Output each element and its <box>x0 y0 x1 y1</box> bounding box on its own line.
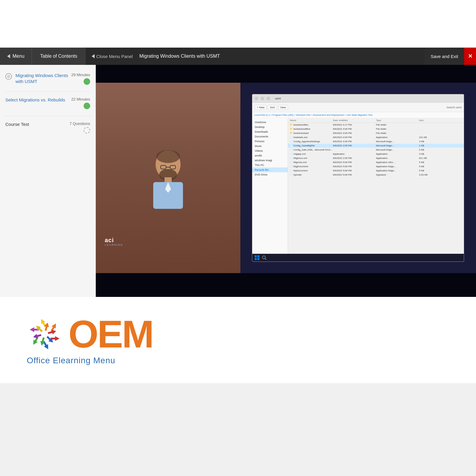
row-type: File folder <box>376 128 419 130</box>
explorer-new-btn[interactable]: + New <box>255 105 267 110</box>
main-content: Migrating Windows Clients with USMT 29 M… <box>0 65 476 297</box>
menu-button[interactable]: Menu <box>0 48 32 65</box>
oem-logo-top: OEM <box>27 315 153 353</box>
svg-rect-8 <box>165 177 172 183</box>
col-name: Name <box>290 119 333 122</box>
row-name: 📄 Config_SaveMigFile <box>290 144 333 147</box>
screen-area: usmt + New Sort View Search usmt Local D… <box>240 83 476 273</box>
table-row: 📄 Config_AppsAndSettings 6/6/2022 4:05 P… <box>288 140 464 144</box>
sidebar-item-usmt-title: Migrating Windows Clients with USMT <box>15 73 68 84</box>
row-size <box>419 128 462 130</box>
row-date: 6/6/2022 4:17 PM <box>333 123 376 126</box>
sidebar-item-migrations[interactable]: Select Migrations vs. Rebuilds 22 Minute… <box>0 93 95 115</box>
svg-rect-13 <box>255 258 257 260</box>
sidebar-item-usmt-icon <box>5 73 12 80</box>
sidebar-item-test-meta: 7 Questions <box>70 121 90 135</box>
row-date: 6/6/2022 4:05 PM <box>333 140 376 143</box>
explorer-toolbar: + New Sort View Search usmt <box>252 103 464 112</box>
explorer-search: Search usmt <box>447 106 462 109</box>
close-x-button[interactable]: ✕ <box>464 48 476 65</box>
row-type: Application <box>376 153 419 155</box>
row-name: 📄 Config_Safe (XML...Microsoft 5/12/2022… <box>290 148 333 151</box>
sidebar-item-migrations-text: Select Migrations vs. Rebuilds <box>5 97 68 103</box>
row-type: Application Infor... <box>376 161 419 164</box>
explorer-taskbar <box>252 254 464 262</box>
video-bottom-bar <box>96 273 476 297</box>
explorer-sidebar-dvd[interactable]: DVD Drive <box>252 172 288 177</box>
row-name: 📄 MigDocs.xml <box>290 157 333 159</box>
sidebar-item-usmt[interactable]: Migrating Windows Clients with USMT 29 M… <box>0 68 95 90</box>
row-type: Microsoft Edge... <box>376 144 419 147</box>
save-exit-button[interactable]: Save and Exit <box>425 48 464 65</box>
sidebar-divider-2 <box>5 116 90 116</box>
explorer-sidebar: OneDrive Desktop Downloads Documents Pic… <box>252 118 288 253</box>
toc-button[interactable]: Table of Contents <box>32 48 86 65</box>
row-size: 5 KB <box>419 148 462 151</box>
row-size: 5 KB <box>419 165 462 168</box>
row-type: Microsoft Edge... <box>376 140 419 143</box>
row-type: File folder <box>376 132 419 134</box>
row-name: 📄 Sprinter <box>290 173 333 176</box>
aci-logo-text: aci <box>105 237 123 243</box>
explorer-sidebar-pictures[interactable]: Pictures <box>252 139 288 144</box>
explorer-view-btn[interactable]: View <box>278 105 288 110</box>
sidebar-item-usmt-meta: 29 Minutes <box>71 73 90 86</box>
row-size: 5 KB <box>419 169 462 172</box>
search-taskbar-icon <box>262 255 267 260</box>
sidebar-item-test[interactable]: Course Test 7 Questions <box>0 117 95 139</box>
explorer-sidebar-videos[interactable]: Videos <box>252 148 288 153</box>
explorer-maximize-btn <box>261 97 264 100</box>
row-name: 📁 bootstramload <box>290 132 333 134</box>
sidebar-item-usmt-text: Migrating Windows Clients with USMT <box>15 73 68 84</box>
sidebar-item-migrations-meta: 22 Minutes <box>71 97 90 110</box>
windows-start-icon <box>255 255 259 260</box>
explorer-main-list: Name Date modified Type Size 📁 bootstram… <box>288 118 464 253</box>
row-size: 811 KB <box>419 157 462 159</box>
sidebar-item-test-text: Course Test <box>5 121 67 127</box>
sidebar: Migrating Windows Clients with USMT 29 M… <box>0 65 96 297</box>
explorer-body: OneDrive Desktop Downloads Documents Pic… <box>252 118 464 253</box>
header-center: Close Menu Panel Migrating Windows Clien… <box>86 48 425 65</box>
row-name: 📁 bootstramfiles <box>290 123 333 126</box>
explorer-sort-btn[interactable]: Sort <box>268 105 277 110</box>
table-row: 📄 MigDocument 6/6/2022 5:06 PM Applicati… <box>288 165 464 169</box>
explorer-sidebar-pc[interactable]: This PC <box>252 163 288 167</box>
row-date: 6/6/2022 5:06 PM <box>333 165 376 168</box>
row-size <box>419 132 462 134</box>
explorer-sidebar-recycle[interactable]: Recycle Bin <box>252 167 288 172</box>
explorer-sidebar-amditi[interactable]: amditi <box>252 153 288 158</box>
row-size: 0.03 KB <box>419 173 462 176</box>
svg-rect-11 <box>255 255 257 257</box>
close-x-icon: ✕ <box>468 53 472 60</box>
col-size: Size <box>419 119 462 122</box>
row-size: 3 KB <box>419 140 462 143</box>
explorer-sidebar-desktop[interactable]: Desktop <box>252 125 288 129</box>
table-row: 📄 loadstate.exe 6/6/2022 4:05 PM Applica… <box>288 135 464 140</box>
col-date: Date modified <box>333 119 376 122</box>
top-white-area <box>0 0 476 48</box>
explorer-close-btn <box>267 97 270 100</box>
row-size: 3 KB <box>419 153 462 155</box>
table-row: 📁 bootstramoffline 6/6/2022 4:06 PM File… <box>288 127 464 131</box>
row-date: 6/6/2022 2:05 PM <box>333 144 376 147</box>
table-row-highlighted: 📄 Config_SaveMigFile 6/6/2022 2:05 PM Mi… <box>288 144 464 148</box>
explorer-sidebar-windows[interactable]: windows imagi <box>252 158 288 163</box>
save-exit-label: Save and Exit <box>430 54 458 59</box>
table-row: 📁 bootstramload 6/6/2022 4:05 PM File fo… <box>288 131 464 135</box>
explorer-sidebar-documents[interactable]: Documents <box>252 134 288 139</box>
row-date: 6/6/2022 4:05 PM <box>333 136 376 139</box>
row-size: 101 KB <box>419 136 462 139</box>
explorer-sidebar-downloads[interactable]: Downloads <box>252 129 288 134</box>
table-row: 📄 Config_Safe (XML...Microsoft 5/12/2022… <box>288 148 464 152</box>
explorer-sidebar-music[interactable]: Music <box>252 144 288 148</box>
row-type: Application <box>376 157 419 159</box>
header-bar: Menu Table of Contents Close Menu Panel … <box>0 48 476 65</box>
explorer-sidebar-onedrive[interactable]: OneDrive <box>252 120 288 125</box>
row-name: 📄 Config_AppsAndSettings <box>290 140 333 143</box>
close-panel-label: Close Menu Panel <box>96 54 133 59</box>
close-panel-button[interactable]: Close Menu Panel <box>92 54 133 59</box>
oem-text: OEM <box>68 315 153 353</box>
row-date: 6/6/2022 2:05 PM <box>333 157 376 159</box>
oem-logo-area: OEM Office Elearning Menu <box>27 315 153 365</box>
row-name: 📄 migapp.xml <box>290 153 333 155</box>
